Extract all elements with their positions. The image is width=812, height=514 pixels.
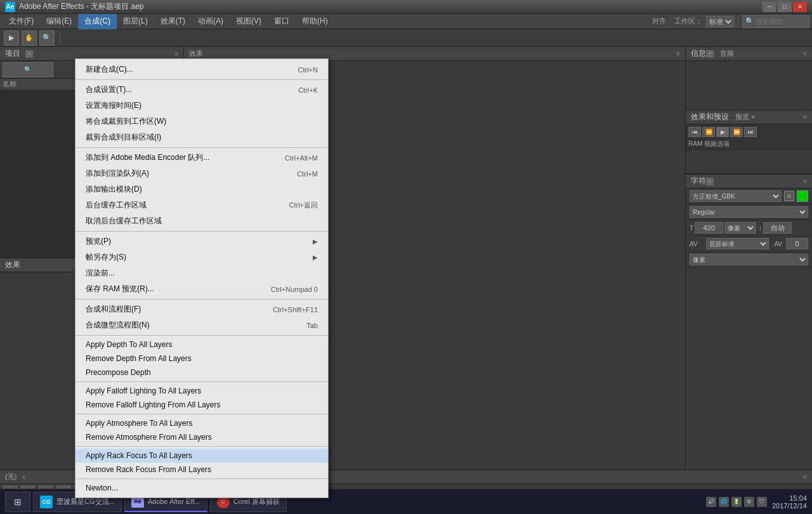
effects-controls-menu[interactable]: ≡	[803, 114, 807, 121]
font-size-unit-select[interactable]: 像素	[724, 222, 756, 234]
prev-play-btn[interactable]: ▶	[716, 127, 729, 137]
tracking-input[interactable]	[786, 238, 808, 249]
menu-apply-atmosphere[interactable]: Apply Atmosphere To All Layers	[75, 416, 328, 430]
info-panel: 信息 × 音频 ≡	[686, 47, 812, 110]
menu-precompose-depth[interactable]: Precompose Depth	[75, 366, 328, 379]
char-panel-close[interactable]: ×	[706, 178, 714, 185]
line-height-input[interactable]	[763, 222, 792, 234]
menu-remove-falloff[interactable]: Remove Falloff Lighting From All Layers	[75, 398, 328, 412]
workspace-select[interactable]: 标准	[706, 16, 734, 27]
maximize-button[interactable]: □	[778, 2, 792, 12]
tool-arrow[interactable]: ▶	[4, 30, 19, 46]
menu-crop-comp[interactable]: 裁剪合成到目标区域(I)	[75, 129, 328, 145]
prev-forward-btn[interactable]: ⏩	[730, 127, 743, 137]
menu-cancel-cache[interactable]: 取消后台缓存工作区域	[75, 213, 328, 229]
menu-comp-flowchart-label: 合成和流程图(F)	[86, 304, 141, 315]
menu-add-output[interactable]: 添加输出模块(D)	[75, 181, 328, 197]
menu-remove-falloff-label: Remove Falloff Lighting From All Layers	[86, 400, 221, 409]
dropdown-overlay: 新建合成(C)... Ctrl+N 合成设置(T)... Ctrl+K 设置海报…	[75, 58, 329, 498]
timeline-close[interactable]: ×	[22, 473, 25, 481]
menu-add-render-label: 添加到渲染队列(A)	[86, 168, 149, 179]
tool-hand[interactable]: ✋	[22, 30, 37, 46]
window-controls: ─ □ ✕	[763, 2, 807, 12]
menu-add-encoder[interactable]: 添加到 Adobe Media Encoder 队列... Ctrl+Alt+M	[75, 150, 328, 166]
center-panel-label: 效果	[189, 49, 203, 58]
menu-crop-comp-label: 裁剪合成到目标区域(I)	[86, 132, 161, 143]
menu-newton[interactable]: Newton...	[75, 481, 328, 495]
style-select[interactable]: Regular	[690, 206, 808, 218]
menu-new-comp[interactable]: 新建合成(C)... Ctrl+N	[75, 62, 328, 77]
menu-compose[interactable]: 合成(C)	[78, 14, 117, 29]
menu-comp-settings-shortcut: Ctrl+K	[298, 86, 318, 94]
style-row: Regular	[686, 204, 812, 220]
menu-file[interactable]: 文件(F)	[3, 14, 40, 29]
menu-preview-arrow: ▶	[313, 238, 318, 245]
units-select[interactable]: 像素	[690, 254, 808, 265]
search-input[interactable]	[756, 18, 806, 25]
menu-comp-flowchart-shortcut: Ctrl+Shift+F11	[273, 306, 318, 313]
char-panel-menu[interactable]: ≡	[803, 178, 807, 185]
menu-save-ram[interactable]: 保存 RAM 预览(R)... Ctrl+Numpad 0	[75, 281, 328, 297]
menu-window[interactable]: 窗口	[268, 14, 296, 29]
tool-zoom[interactable]: 🔍	[39, 30, 55, 46]
menu-comp-mini-label: 合成微型流程图(N)	[86, 320, 150, 331]
menu-cache-work[interactable]: 后台缓存工作区域 Ctrl+返回	[75, 197, 328, 213]
start-button[interactable]: ⊞	[5, 492, 30, 512]
tray-icon1: 🔊	[706, 497, 716, 507]
menu-preview-label: 预览(P)	[86, 236, 111, 247]
font-size-input[interactable]	[695, 222, 723, 234]
prev-first-btn[interactable]: ⏮	[688, 127, 701, 137]
color-swatch[interactable]	[797, 190, 808, 202]
project-panel-menu[interactable]: ≡	[174, 50, 178, 57]
menu-apply-falloff[interactable]: Apply Falloff Lighting To All Layers	[75, 384, 328, 398]
font-select[interactable]: 方正粗倩_GBK	[690, 190, 782, 202]
prev-back-btn[interactable]: ⏪	[702, 127, 715, 137]
menu-comp-settings[interactable]: 合成设置(T)... Ctrl+K	[75, 82, 328, 98]
timeline-menu[interactable]: ≡	[803, 473, 807, 480]
menu-remove-rack-focus-label: Remove Rack Focus From All Layers	[86, 465, 211, 474]
tracking-select[interactable]: 层距标准	[706, 238, 769, 249]
menu-set-poster-label: 设置海报时间(E)	[86, 100, 141, 111]
menu-save-frame[interactable]: 帧另存为(S) ▶	[75, 249, 328, 265]
menu-precompose-depth-label: Precompose Depth	[86, 368, 151, 377]
menu-pre-render[interactable]: 渲染前...	[75, 265, 328, 281]
prev-last-btn[interactable]: ⏭	[744, 127, 757, 137]
close-button[interactable]: ✕	[793, 2, 807, 12]
menu-layer[interactable]: 图层(L)	[117, 14, 154, 29]
sep1	[75, 79, 328, 80]
preview-controls: ⏮ ⏪ ▶ ⏩ ⏭ RAM 视频选项	[686, 124, 812, 151]
project-search-btn[interactable]: 🔍	[3, 62, 53, 77]
menu-animation[interactable]: 动画(A)	[192, 14, 230, 29]
menu-add-render[interactable]: 添加到渲染队列(A) Ctrl+M	[75, 166, 328, 181]
menu-set-poster[interactable]: 设置海报时间(E)	[75, 98, 328, 114]
menu-remove-atmosphere[interactable]: Remove Atmosphere From All Layers	[75, 430, 328, 444]
menu-remove-depth[interactable]: Remove Depth From All Layers	[75, 352, 328, 366]
menu-apply-depth[interactable]: Apply Depth To All Layers	[75, 338, 328, 352]
toolbar: ▶ ✋ 🔍	[0, 29, 812, 47]
title-bar: Ae Adobe After Effects - 无标题项目.aep ─ □ ✕	[0, 0, 812, 14]
font-row: 方正粗倩_GBK A	[686, 188, 812, 204]
char-panel: 字符 × ≡ 方正粗倩_GBK A Regular	[686, 174, 812, 288]
preview-tab[interactable]: 预览 ×	[735, 112, 755, 122]
menu-comp-mini[interactable]: 合成微型流程图(N) Tab	[75, 317, 328, 333]
audio-panel-title: 音频	[720, 49, 734, 58]
menu-help[interactable]: 帮助(H)	[296, 14, 334, 29]
menu-preview[interactable]: 预览(P) ▶	[75, 234, 328, 249]
menu-trim-comp[interactable]: 将合成裁剪到工作区(W)	[75, 114, 328, 129]
menu-apply-rack-focus[interactable]: Apply Rack Focus To All Layers	[75, 449, 328, 463]
font-color-btn[interactable]: A	[784, 191, 794, 201]
menu-comp-flowchart[interactable]: 合成和流程图(F) Ctrl+Shift+F11	[75, 301, 328, 317]
app-icon-text: Ae	[6, 3, 15, 10]
menu-remove-rack-focus[interactable]: Remove Rack Focus From All Layers	[75, 463, 328, 477]
preview-transport: ⏮ ⏪ ▶ ⏩ ⏭	[688, 127, 809, 137]
minimize-button[interactable]: ─	[763, 2, 776, 12]
menu-effects[interactable]: 效果(T)	[154, 14, 192, 29]
info-panel-close[interactable]: ×	[706, 50, 714, 58]
menu-view[interactable]: 视图(V)	[230, 14, 268, 29]
info-panel-menu[interactable]: ≡	[803, 50, 807, 57]
project-panel-close[interactable]: ×	[25, 50, 33, 58]
tray-icon3: 🔋	[731, 497, 742, 507]
menu-edit[interactable]: 编辑(E)	[40, 14, 78, 29]
center-panel-menu[interactable]: ≡	[676, 50, 680, 57]
char-panel-header: 字符 × ≡	[686, 175, 812, 188]
